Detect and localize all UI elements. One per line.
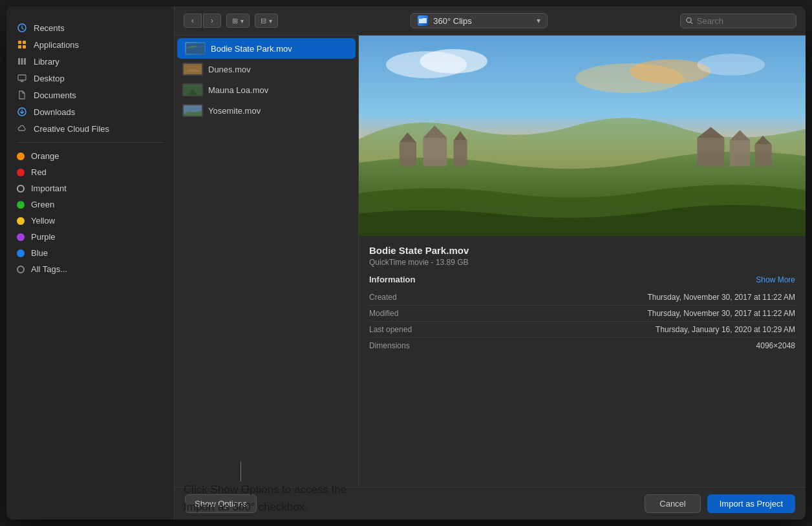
tag-important-label: Important: [31, 184, 67, 193]
file-thumb-dunes: [182, 63, 203, 76]
tag-red-label: Red: [31, 167, 47, 177]
import-button[interactable]: Import as Project: [707, 494, 795, 513]
sidebar-tag-important[interactable]: Important: [6, 180, 174, 196]
info-header-label: Information: [369, 275, 416, 284]
svg-rect-31: [754, 145, 771, 167]
file-name-mauna-loa: Mauna Loa.mov: [208, 85, 268, 95]
info-row-created: Created Thursday, November 30, 2017 at 1…: [369, 289, 795, 306]
location-label: 360° Clips: [433, 16, 531, 26]
info-value-dimensions: 4096×2048: [447, 338, 795, 354]
file-name-bodie: Bodie State Park.mov: [211, 44, 292, 54]
desktop-icon: [17, 73, 27, 83]
column-view-icon: ⊞: [232, 17, 238, 25]
all-tags-dot: [17, 266, 25, 273]
file-thumb-mauna-loa: [182, 83, 203, 96]
sidebar-item-desktop[interactable]: Desktop: [6, 70, 174, 87]
tag-blue-label: Blue: [31, 248, 48, 258]
info-row-last-opened: Last opened Thursday, January 16, 2020 a…: [369, 322, 795, 338]
svg-rect-29: [730, 140, 750, 166]
sidebar-item-documents[interactable]: Documents: [6, 87, 174, 103]
svg-rect-7: [24, 58, 26, 65]
grid-view-icon: ⊟: [261, 17, 266, 25]
sidebar-tag-blue[interactable]: Blue: [6, 245, 174, 261]
preview-area: Bodie State Park.mov QuickTime movie - 1…: [359, 36, 806, 487]
preview-filename: Bodie State Park.mov: [369, 245, 795, 256]
tag-all-label: All Tags...: [31, 264, 67, 274]
sidebar-tag-green[interactable]: Green: [6, 196, 174, 213]
show-more-link[interactable]: Show More: [756, 275, 795, 284]
info-label-dimensions: Dimensions: [369, 338, 447, 354]
grid-view-arrow: ▾: [269, 17, 272, 25]
sidebar-applications-label: Applications: [34, 40, 79, 50]
callout-container: Click Show Options to access the Import …: [168, 452, 388, 526]
dialog-panel: ‹ › ⊞ ▾ ⊟ ▾ 360° Clips ▾: [175, 6, 806, 520]
file-thumb-yosemite: [182, 104, 203, 117]
cancel-button[interactable]: Cancel: [645, 494, 700, 513]
info-label-created: Created: [369, 289, 447, 306]
red-tag-dot: [17, 169, 25, 176]
right-buttons: Cancel Import as Project: [645, 494, 795, 513]
column-view-button[interactable]: ⊞ ▾: [226, 14, 250, 28]
info-table: Created Thursday, November 30, 2017 at 1…: [369, 289, 795, 353]
tag-purple-label: Purple: [31, 232, 56, 242]
clock-icon: [17, 23, 27, 33]
svg-point-17: [420, 49, 487, 74]
blue-tag-dot: [17, 249, 25, 257]
purple-tag-dot: [17, 233, 25, 241]
search-bar[interactable]: [680, 14, 796, 28]
applications-icon: [17, 39, 27, 50]
location-selector[interactable]: 360° Clips ▾: [411, 13, 547, 28]
sidebar-library-label: Library: [34, 57, 59, 67]
content-area: Bodie State Park.mov Dunes.mov: [175, 36, 806, 487]
search-input[interactable]: [697, 16, 791, 26]
sidebar-desktop-label: Desktop: [34, 74, 65, 83]
search-icon: [686, 17, 693, 25]
sidebar-item-library[interactable]: Library: [6, 53, 174, 70]
sidebar-tag-all[interactable]: All Tags...: [6, 261, 174, 277]
file-list: Bodie State Park.mov Dunes.mov: [175, 36, 359, 487]
file-item-dunes[interactable]: Dunes.mov: [175, 59, 358, 79]
folder-icon: [418, 16, 428, 26]
tag-green-label: Green: [31, 200, 54, 209]
svg-rect-5: [18, 58, 20, 65]
sidebar-tag-orange[interactable]: Orange: [6, 148, 174, 164]
file-thumb-bodie: [185, 42, 206, 55]
callout-text: Click Show Options to access the Import …: [184, 481, 372, 516]
sidebar-recents-label: Recents: [34, 23, 65, 33]
info-label-modified: Modified: [369, 306, 447, 322]
callout-line: [240, 462, 241, 481]
cloud-icon: [17, 123, 27, 134]
sidebar-tag-yellow[interactable]: Yellow: [6, 213, 174, 229]
info-label-last-opened: Last opened: [369, 322, 447, 338]
info-value-modified: Thursday, November 30, 2017 at 11:22 AM: [447, 306, 795, 322]
file-item-bodie[interactable]: Bodie State Park.mov: [177, 38, 356, 59]
svg-rect-8: [18, 75, 26, 80]
forward-button[interactable]: ›: [203, 14, 221, 28]
downloads-icon: [17, 107, 27, 117]
sidebar-item-downloads[interactable]: Downloads: [6, 103, 174, 120]
column-view-arrow: ▾: [240, 17, 244, 25]
svg-rect-11: [186, 43, 204, 54]
grid-view-button[interactable]: ⊟ ▾: [255, 14, 278, 28]
info-row-modified: Modified Thursday, November 30, 2017 at …: [369, 306, 795, 322]
location-chevron: ▾: [537, 16, 540, 25]
svg-rect-1: [18, 41, 21, 44]
orange-tag-dot: [17, 153, 25, 160]
svg-rect-2: [23, 41, 26, 44]
sidebar-creative-cloud-label: Creative Cloud Files: [34, 124, 109, 134]
file-name-dunes: Dunes.mov: [208, 65, 251, 74]
sidebar-item-applications[interactable]: Applications: [6, 36, 174, 53]
svg-rect-23: [423, 138, 447, 166]
file-item-yosemite[interactable]: Yosemite.mov: [175, 100, 358, 121]
nav-buttons: ‹ ›: [184, 14, 221, 28]
file-item-mauna-loa[interactable]: Mauna Loa.mov: [175, 79, 358, 100]
info-value-last-opened: Thursday, January 16, 2020 at 10:29 AM: [447, 322, 795, 338]
sidebar-tag-red[interactable]: Red: [6, 164, 174, 180]
back-button[interactable]: ‹: [184, 14, 202, 28]
sidebar-item-recents[interactable]: Recents: [6, 19, 174, 36]
preview-filetype: QuickTime movie - 13.89 GB: [369, 258, 795, 267]
tag-yellow-label: Yellow: [31, 216, 55, 226]
sidebar-tag-purple[interactable]: Purple: [6, 229, 174, 245]
tag-orange-label: Orange: [31, 151, 59, 161]
sidebar-item-creative-cloud[interactable]: Creative Cloud Files: [6, 120, 174, 137]
